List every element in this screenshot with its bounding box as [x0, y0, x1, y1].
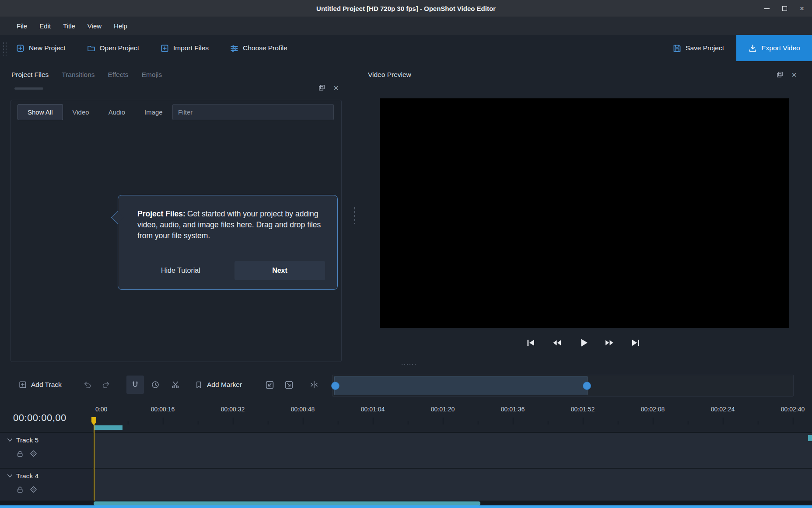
close-preview-icon[interactable]: × [791, 72, 797, 78]
new-project-icon [16, 44, 25, 53]
center-playhead-button[interactable] [305, 376, 323, 394]
ruler-label: 00:02:40 [781, 406, 805, 413]
choose-profile-button[interactable]: Choose Profile [230, 44, 287, 53]
filter-buttons: Show All Video Audio Image [18, 104, 172, 120]
maximize-button[interactable] [779, 3, 790, 14]
jump-start-icon [525, 337, 536, 348]
ruler-label: 00:00:16 [151, 406, 175, 413]
rewind-button[interactable] [550, 335, 564, 350]
menu-edit[interactable]: Edit [33, 20, 57, 32]
ruler-label: 0:00 [95, 406, 107, 413]
chevron-down-icon[interactable] [7, 437, 13, 445]
filter-audio-button[interactable]: Audio [99, 104, 135, 120]
minimize-icon [764, 8, 770, 9]
timeline-ruler[interactable]: 00:00:00,00 0:00 00:00:16 00:00:32 00:00… [0, 401, 812, 432]
bottom-scrollbar[interactable] [0, 505, 812, 508]
undo-button[interactable] [78, 376, 96, 394]
redo-button[interactable] [98, 376, 115, 394]
jump-end-icon [630, 337, 641, 348]
effects-icon[interactable] [29, 449, 38, 458]
window-controls: × [761, 0, 808, 17]
menu-title[interactable]: Title [57, 20, 81, 32]
add-track-button[interactable]: Add Track [16, 376, 64, 394]
jump-start-button[interactable] [523, 335, 538, 350]
vertical-splitter-handle[interactable] [354, 206, 356, 224]
tab-scroll-handle[interactable] [14, 87, 43, 90]
fast-forward-icon [604, 337, 615, 348]
tab-emojis[interactable]: Emojis [142, 71, 162, 79]
menu-view[interactable]: View [81, 20, 108, 32]
previous-marker-button[interactable] [261, 376, 278, 394]
open-folder-icon [87, 44, 96, 53]
zoom-visible-range[interactable] [334, 376, 588, 395]
ruler-minor-ticks [128, 421, 812, 424]
undo-icon [82, 380, 92, 390]
track-lane[interactable] [94, 469, 812, 501]
filter-video-button[interactable]: Video [63, 104, 99, 120]
toolbar-grip[interactable] [2, 41, 8, 56]
next-marker-button[interactable] [280, 376, 298, 394]
titlebar: Untitled Project [HD 720p 30 fps] - Open… [0, 0, 812, 17]
timeline-horizontal-scrollbar[interactable] [94, 501, 480, 505]
hide-tutorial-button[interactable]: Hide Tutorial [153, 261, 208, 280]
maximize-icon [782, 6, 787, 11]
project-panel-tabs: Project Files Transitions Effects Emojis [11, 71, 162, 79]
menubar: File Edit Title View Help [0, 17, 812, 35]
float-preview-icon[interactable] [776, 71, 784, 78]
cache-indicator [94, 425, 122, 430]
next-button[interactable]: Next [234, 261, 325, 280]
filter-image-button[interactable]: Image [135, 104, 172, 120]
chevron-down-icon[interactable] [7, 473, 13, 481]
minimize-button[interactable] [761, 3, 773, 14]
tutorial-title: Project Files: [137, 209, 186, 218]
choose-profile-icon [230, 44, 239, 53]
float-panel-icon[interactable] [318, 84, 326, 91]
add-marker-label: Add Marker [207, 381, 242, 389]
tab-project-files[interactable]: Project Files [11, 71, 49, 79]
lock-icon[interactable] [16, 485, 24, 494]
playhead-line[interactable] [94, 424, 94, 501]
video-canvas[interactable] [380, 98, 789, 328]
import-files-icon [160, 44, 169, 53]
transport-controls [360, 335, 806, 350]
filter-show-all-button[interactable]: Show All [18, 104, 63, 120]
save-project-button[interactable]: Save Project [672, 44, 724, 53]
save-icon [672, 44, 682, 53]
time-button[interactable] [147, 376, 164, 394]
import-files-button[interactable]: Import Files [160, 44, 209, 53]
open-project-button[interactable]: Open Project [87, 44, 139, 53]
ruler-label: 00:00:48 [291, 406, 315, 413]
new-project-label: New Project [29, 44, 66, 52]
effects-icon[interactable] [29, 485, 38, 494]
lock-icon[interactable] [16, 449, 24, 458]
jump-end-button[interactable] [628, 335, 643, 350]
zoom-handle-left[interactable] [331, 382, 340, 390]
preview-title: Video Preview [368, 71, 411, 79]
menu-file[interactable]: File [10, 20, 33, 32]
open-project-label: Open Project [100, 44, 139, 52]
track-header: Track 4 [0, 469, 94, 501]
close-button[interactable]: × [796, 3, 808, 14]
ruler-label: 00:00:32 [221, 406, 245, 413]
track-lane[interactable] [94, 433, 812, 468]
ruler-label: 00:02:24 [711, 406, 735, 413]
export-video-button[interactable]: Export Video [736, 35, 812, 61]
close-panel-icon[interactable]: × [333, 85, 339, 91]
play-button[interactable] [576, 335, 591, 350]
tab-transitions[interactable]: Transitions [62, 71, 94, 79]
ruler-label: 00:01:04 [361, 406, 385, 413]
fast-forward-button[interactable] [602, 335, 617, 350]
new-project-button[interactable]: New Project [16, 44, 66, 53]
track-row: Track 4 [0, 469, 812, 501]
timeline-zoom-bar[interactable] [332, 375, 794, 397]
menu-help[interactable]: Help [108, 20, 133, 32]
snapping-button[interactable] [126, 376, 144, 394]
add-marker-button[interactable]: Add Marker [194, 376, 242, 394]
razor-button[interactable] [167, 376, 184, 394]
tab-effects[interactable]: Effects [108, 71, 129, 79]
zoom-handle-right[interactable] [583, 382, 591, 390]
scissors-icon [171, 380, 180, 390]
project-files-panel: Project Files Transitions Effects Emojis… [0, 61, 350, 369]
export-video-label: Export Video [761, 44, 800, 52]
filter-input[interactable] [172, 104, 334, 120]
